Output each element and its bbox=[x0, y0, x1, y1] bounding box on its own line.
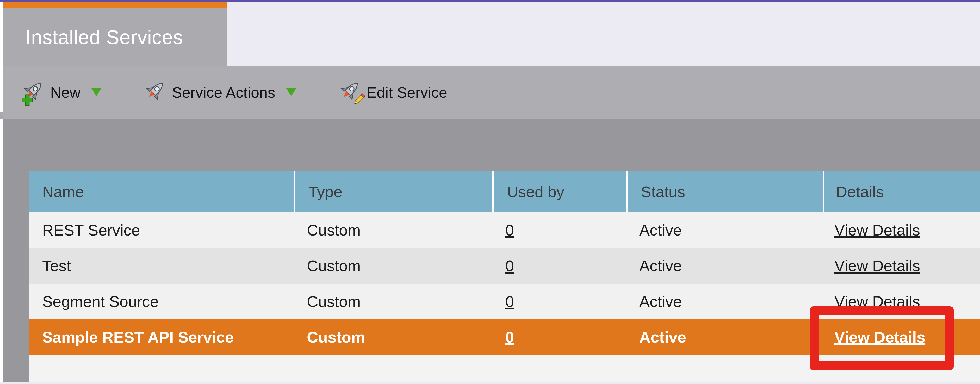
bottom-edge-strip bbox=[0, 382, 980, 384]
table-row[interactable]: REST Service Custom 0 Active View Detail… bbox=[29, 212, 980, 248]
toolbar: New Service Actions bbox=[3, 66, 980, 119]
dropdown-arrow-icon bbox=[91, 88, 101, 96]
used-by-link[interactable]: 0 bbox=[505, 257, 514, 274]
left-edge-notch bbox=[0, 112, 3, 119]
view-details-link[interactable]: View Details bbox=[834, 257, 920, 274]
pencil-badge-icon bbox=[351, 92, 366, 107]
column-header-details[interactable]: Details bbox=[823, 171, 980, 212]
column-header-type[interactable]: Type bbox=[294, 171, 492, 212]
cell-type: Custom bbox=[294, 212, 492, 248]
top-accent-bar bbox=[0, 0, 980, 2]
column-header-used-by[interactable]: Used by bbox=[492, 171, 626, 212]
column-header-name[interactable]: Name bbox=[29, 171, 294, 212]
table-header-row: Name Type Used by Status Details bbox=[29, 171, 980, 212]
cell-status: Active bbox=[626, 319, 823, 355]
cell-status: Active bbox=[626, 212, 823, 248]
new-button[interactable]: New bbox=[23, 80, 101, 104]
cell-type: Custom bbox=[294, 248, 492, 284]
tab-strip-background bbox=[227, 2, 980, 66]
cell-name: Sample REST API Service bbox=[29, 319, 294, 355]
table-row[interactable]: Test Custom 0 Active View Details bbox=[29, 248, 980, 284]
annotation-red-box bbox=[810, 306, 954, 370]
installed-services-page: Installed Services bbox=[0, 0, 980, 384]
plus-badge-icon bbox=[21, 93, 34, 107]
cell-status: Active bbox=[626, 248, 823, 284]
used-by-link[interactable]: 0 bbox=[505, 293, 514, 310]
cell-name: REST Service bbox=[29, 212, 294, 248]
page-title: Installed Services bbox=[25, 26, 183, 48]
service-actions-button-label: Service Actions bbox=[172, 84, 275, 101]
rocket-pencil-icon bbox=[339, 80, 363, 104]
rocket-plus-icon bbox=[23, 80, 47, 104]
cell-type: Custom bbox=[294, 319, 492, 355]
cell-status: Active bbox=[626, 284, 823, 319]
used-by-link[interactable]: 0 bbox=[505, 221, 514, 239]
view-details-link[interactable]: View Details bbox=[834, 221, 920, 239]
rocket-icon bbox=[144, 80, 168, 104]
tab-installed-services[interactable]: Installed Services bbox=[3, 8, 227, 66]
cell-name: Segment Source bbox=[29, 284, 294, 319]
service-actions-button[interactable]: Service Actions bbox=[144, 80, 296, 104]
dropdown-arrow-icon bbox=[286, 88, 296, 96]
active-tab-accent bbox=[3, 2, 227, 8]
used-by-link[interactable]: 0 bbox=[505, 328, 514, 346]
edit-service-button-label: Edit Service bbox=[367, 84, 447, 101]
cell-name: Test bbox=[29, 248, 294, 284]
edit-service-button[interactable]: Edit Service bbox=[339, 80, 447, 104]
new-button-label: New bbox=[50, 84, 81, 101]
column-header-status[interactable]: Status bbox=[626, 171, 823, 212]
cell-type: Custom bbox=[294, 284, 492, 319]
